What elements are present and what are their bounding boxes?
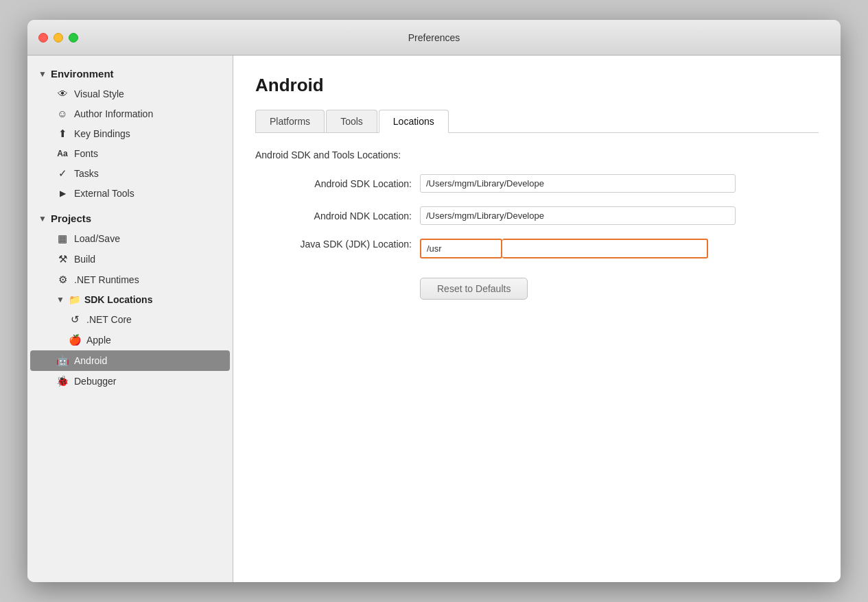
net-core-icon: ↺ [69, 313, 81, 326]
author-info-icon: ☺ [56, 108, 69, 119]
sidebar-item-load-save[interactable]: ▦ Load/Save [27, 228, 233, 249]
sidebar-label-load-save: Load/Save [74, 233, 120, 244]
sidebar-label-visual-style: Visual Style [74, 88, 124, 99]
visual-style-icon: 👁 [56, 88, 69, 99]
projects-arrow-icon: ▼ [38, 214, 47, 224]
fonts-icon: Aa [56, 149, 69, 158]
sidebar-section-projects[interactable]: ▼ Projects [27, 208, 233, 228]
sidebar-item-tasks[interactable]: ✓ Tasks [27, 163, 233, 184]
tab-locations[interactable]: Locations [379, 110, 449, 133]
external-tools-icon: ▶ [56, 189, 69, 198]
sidebar-label-fonts: Fonts [74, 148, 98, 159]
sidebar-label-net-runtimes: .NET Runtimes [74, 274, 139, 285]
sidebar-item-visual-style[interactable]: 👁 Visual Style [27, 84, 233, 104]
main-content: Android Platforms Tools Locations Androi… [233, 56, 841, 582]
sidebar-item-apple[interactable]: 🍎 Apple [27, 330, 233, 350]
android-ndk-label: Android NDK Location: [255, 210, 420, 221]
tabs-bar: Platforms Tools Locations [255, 110, 819, 133]
net-runtimes-icon: ⚙ [56, 274, 69, 286]
android-ndk-input[interactable] [420, 206, 736, 225]
sidebar-label-android: Android [74, 355, 107, 366]
sidebar-item-net-core[interactable]: ↺ .NET Core [27, 309, 233, 330]
build-icon: ⚒ [56, 253, 69, 265]
window-title: Preferences [408, 32, 460, 43]
reset-defaults-button[interactable]: Reset to Defaults [420, 278, 528, 300]
sdk-locations-folder-icon: 📁 [69, 294, 80, 305]
projects-section-label: Projects [51, 213, 91, 224]
sidebar-label-debugger: Debugger [74, 376, 117, 387]
android-sdk-input[interactable] [420, 174, 736, 193]
sidebar-label-tasks: Tasks [74, 168, 99, 179]
sidebar-item-key-bindings[interactable]: ⬆ Key Bindings [27, 123, 233, 144]
java-sdk-input[interactable] [420, 239, 502, 258]
sidebar-label-author-info: Author Information [74, 108, 153, 119]
environment-arrow-icon: ▼ [38, 69, 47, 79]
load-save-icon: ▦ [56, 232, 69, 245]
apple-icon: 🍎 [69, 334, 81, 346]
preferences-window: Preferences ▼ Environment 👁 Visual Style… [27, 20, 841, 582]
sidebar-item-build[interactable]: ⚒ Build [27, 249, 233, 269]
sidebar-subsection-sdk-locations[interactable]: ▼ 📁 SDK Locations [27, 290, 233, 309]
sidebar-item-android[interactable]: 🤖 Android [30, 350, 230, 371]
java-sdk-row: Java SDK (JDK) Location: [255, 239, 819, 258]
sidebar-item-net-runtimes[interactable]: ⚙ .NET Runtimes [27, 269, 233, 290]
tab-platforms[interactable]: Platforms [255, 110, 325, 132]
sidebar-item-author-info[interactable]: ☺ Author Information [27, 104, 233, 123]
page-title: Android [255, 75, 819, 96]
java-sdk-input-ext[interactable] [502, 239, 708, 258]
sidebar-label-build: Build [74, 254, 95, 265]
sidebar-label-net-core: .NET Core [86, 314, 132, 325]
sidebar-item-fonts[interactable]: Aa Fonts [27, 144, 233, 163]
tab-tools[interactable]: Tools [326, 110, 377, 132]
sidebar-label-key-bindings: Key Bindings [74, 128, 130, 139]
java-sdk-label: Java SDK (JDK) Location: [255, 239, 420, 258]
sidebar-section-environment[interactable]: ▼ Environment [27, 64, 233, 84]
maximize-button[interactable] [69, 33, 78, 43]
traffic-lights [38, 33, 78, 43]
android-icon: 🤖 [56, 354, 69, 367]
tasks-icon: ✓ [56, 167, 69, 180]
minimize-button[interactable] [54, 33, 63, 43]
reset-section: Reset to Defaults [255, 272, 819, 300]
sidebar-item-debugger[interactable]: 🐞 Debugger [27, 371, 233, 392]
environment-section-label: Environment [51, 68, 114, 80]
debugger-icon: 🐞 [56, 375, 69, 387]
android-sdk-row: Android SDK Location: [255, 174, 819, 193]
key-bindings-icon: ⬆ [56, 128, 69, 140]
sidebar-label-sdk-locations: SDK Locations [84, 294, 153, 305]
titlebar: Preferences [27, 20, 841, 56]
window-body: ▼ Environment 👁 Visual Style ☺ Author In… [27, 56, 841, 582]
sidebar-item-external-tools[interactable]: ▶ External Tools [27, 184, 233, 203]
sdk-locations-arrow-icon: ▼ [56, 295, 64, 304]
sidebar-label-apple: Apple [86, 335, 111, 346]
section-label: Android SDK and Tools Locations: [255, 149, 819, 160]
android-ndk-row: Android NDK Location: [255, 206, 819, 225]
sidebar-label-external-tools: External Tools [74, 188, 134, 199]
sidebar: ▼ Environment 👁 Visual Style ☺ Author In… [27, 56, 233, 582]
android-sdk-label: Android SDK Location: [255, 178, 420, 189]
close-button[interactable] [38, 33, 48, 43]
